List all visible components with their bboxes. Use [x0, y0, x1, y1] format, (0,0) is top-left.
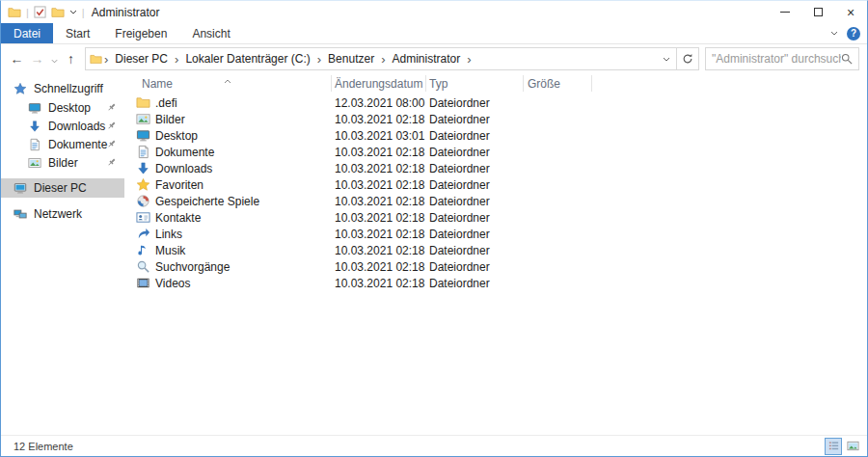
file-row-dokumente[interactable]: Dokumente 10.03.2021 02:18 Dateiordner: [124, 145, 867, 161]
column-header-aenderungsdatum[interactable]: Änderungsdatum: [335, 77, 422, 91]
file-name: Favoriten: [155, 178, 203, 192]
address-dropdown-chevron-icon[interactable]: [663, 57, 670, 62]
history-chevron-icon[interactable]: [47, 51, 61, 67]
file-row-defi[interactable]: .defi 12.03.2021 08:00 Dateiordner: [124, 95, 867, 112]
file-date: 10.03.2021 02:18: [335, 195, 424, 208]
tab-datei[interactable]: Datei: [1, 23, 53, 43]
file-rows: .defi 12.03.2021 08:00 Dateiordner Bilde…: [124, 95, 867, 292]
file-row-favoriten[interactable]: Favoriten 10.03.2021 02:18 Dateiordner: [124, 177, 867, 194]
sidebar-item-desktop[interactable]: Desktop: [1, 98, 124, 117]
folder-icon[interactable]: [8, 6, 21, 19]
sidebar-item-label: Bilder: [48, 156, 78, 170]
breadcrumb[interactable]: › Dieser PC › Lokaler Datenträger (C:) ›…: [85, 47, 677, 70]
file-type: Dateiordner: [429, 146, 490, 159]
sidebar-item-netzwerk[interactable]: Netzwerk: [1, 204, 124, 224]
file-name: Musik: [155, 244, 185, 257]
column-header-typ[interactable]: Typ: [429, 77, 448, 91]
file-name: Kontakte: [155, 211, 201, 225]
file-date: 10.03.2021 03:01: [335, 129, 424, 143]
file-type: Dateiordner: [429, 96, 490, 110]
file-type: Dateiordner: [429, 244, 490, 257]
contacts-icon: [136, 210, 150, 225]
column-separator[interactable]: [331, 75, 332, 92]
tab-ansicht[interactable]: Ansicht: [179, 23, 242, 43]
close-button[interactable]: ×: [834, 1, 867, 23]
file-row-kontakte[interactable]: Kontakte 10.03.2021 02:18 Dateiordner: [124, 210, 867, 227]
window-title: Administrator: [92, 6, 160, 19]
file-row-suchvorgaenge[interactable]: Suchvorgänge 10.03.2021 02:18 Dateiordne…: [124, 259, 867, 276]
file-row-links[interactable]: Links 10.03.2021 02:18 Dateiordner: [124, 227, 867, 243]
sidebar-item-label: Downloads: [48, 120, 105, 133]
forward-button[interactable]: →: [27, 51, 47, 67]
breadcrumb-item-laufwerk-c[interactable]: Lokaler Datenträger (C:): [180, 52, 314, 66]
refresh-button[interactable]: [677, 47, 699, 70]
download-arrow-icon: [136, 161, 150, 175]
breadcrumb-chevron-icon[interactable]: ›: [174, 53, 179, 66]
file-row-videos[interactable]: Videos 10.03.2021 02:18 Dateiordner: [124, 276, 867, 292]
details-view-button[interactable]: [825, 438, 842, 455]
minimize-icon: [780, 12, 790, 13]
file-type: Dateiordner: [429, 228, 490, 241]
file-date: 10.03.2021 02:18: [335, 277, 424, 290]
sidebar-item-schnellzugriff[interactable]: Schnellzugriff: [1, 79, 124, 98]
breadcrumb-chevron-icon[interactable]: ›: [466, 53, 472, 66]
sidebar-item-label: Dokumente: [48, 138, 107, 151]
column-header-groesse[interactable]: Größe: [528, 77, 560, 91]
search-input[interactable]: [712, 52, 841, 66]
spacer: [1, 172, 124, 178]
file-row-bilder[interactable]: Bilder 10.03.2021 02:18 Dateiordner: [124, 112, 867, 128]
ribbon-right-controls: ?: [830, 23, 867, 43]
file-date: 10.03.2021 02:18: [335, 211, 424, 225]
sidebar-item-label: Netzwerk: [34, 207, 82, 221]
file-name: Bilder: [155, 113, 185, 126]
column-separator[interactable]: [523, 75, 524, 92]
file-date: 12.03.2021 08:00: [335, 96, 424, 110]
document-icon: [28, 138, 41, 151]
pictures-icon: [136, 112, 150, 126]
pin-icon: [106, 121, 117, 134]
search-icon[interactable]: [841, 53, 853, 65]
sidebar-item-downloads[interactable]: Downloads: [1, 117, 124, 135]
expand-ribbon-chevron-icon[interactable]: [830, 31, 838, 36]
help-icon[interactable]: ?: [847, 27, 860, 40]
breadcrumb-chevron-icon[interactable]: ›: [316, 53, 322, 66]
this-pc-monitor-icon: [14, 181, 27, 195]
up-button[interactable]: ↑: [61, 51, 81, 67]
quick-access-star-icon: [14, 82, 27, 95]
network-icon: [14, 207, 27, 221]
column-header-name[interactable]: Name: [142, 77, 173, 91]
window-controls: ×: [769, 1, 867, 23]
column-separator[interactable]: [425, 75, 426, 92]
breadcrumb-chevron-icon[interactable]: ›: [380, 53, 386, 66]
breadcrumb-item-benutzer[interactable]: Benutzer: [323, 52, 379, 66]
tab-start[interactable]: Start: [53, 23, 102, 43]
file-row-gespeicherte-spiele[interactable]: Gespeicherte Spiele 10.03.2021 02:18 Dat…: [124, 194, 867, 210]
breadcrumb-item-dieser-pc[interactable]: Dieser PC: [110, 52, 173, 66]
back-button[interactable]: ←: [7, 51, 27, 67]
file-row-desktop[interactable]: Desktop 10.03.2021 03:01 Dateiordner: [124, 128, 867, 145]
pin-icon: [106, 139, 117, 152]
sidebar-item-dieser-pc[interactable]: Dieser PC: [1, 178, 124, 198]
qat-customize-chevron-icon[interactable]: [69, 10, 77, 14]
breadcrumb-item-administrator[interactable]: Administrator: [387, 52, 465, 66]
sidebar-item-bilder[interactable]: Bilder: [1, 153, 124, 172]
details-view-icon: [827, 440, 840, 452]
file-row-musik[interactable]: Musik 10.03.2021 02:18 Dateiordner: [124, 243, 867, 259]
new-folder-icon[interactable]: [51, 6, 65, 19]
pictures-icon: [28, 156, 41, 170]
thumbnails-view-button[interactable]: [844, 438, 861, 455]
file-name: Suchvorgänge: [155, 260, 230, 274]
column-headers: Name Änderungsdatum Typ Größe: [124, 73, 867, 94]
sidebar-item-dokumente[interactable]: Dokumente: [1, 135, 124, 153]
maximize-button[interactable]: [801, 1, 834, 23]
minimize-button[interactable]: [769, 1, 801, 23]
file-date: 10.03.2021 02:18: [335, 146, 424, 159]
file-row-downloads[interactable]: Downloads 10.03.2021 02:18 Dateiordner: [124, 161, 867, 177]
breadcrumb-chevron-icon[interactable]: ›: [103, 53, 109, 66]
file-type: Dateiordner: [429, 195, 490, 208]
saved-games-icon: [136, 194, 150, 208]
music-note-icon: [136, 243, 150, 257]
tab-freigeben[interactable]: Freigeben: [102, 23, 179, 43]
properties-checkbox-icon[interactable]: [34, 6, 46, 18]
column-separator[interactable]: [591, 75, 592, 92]
